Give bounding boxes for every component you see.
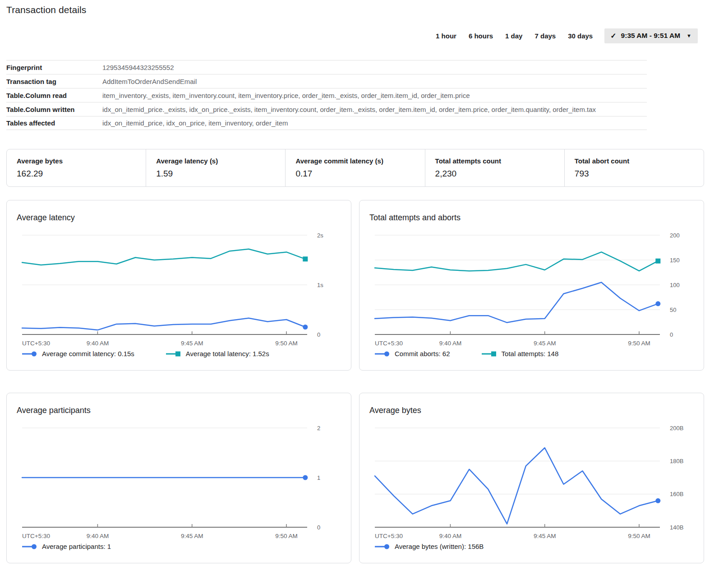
y-axis-label: 200 bbox=[670, 232, 680, 239]
stat-value: 2,230 bbox=[435, 169, 564, 179]
chart-title: Average latency bbox=[17, 213, 351, 223]
x-axis-label: 9:45 AM bbox=[181, 533, 203, 539]
stat-value: 162.29 bbox=[17, 169, 146, 179]
chart-legend: Average commit latency: 0.15sAverage tot… bbox=[22, 350, 351, 358]
charts-grid: Average latency2s1s09:40 AM9:45 AM9:50 A… bbox=[6, 200, 698, 563]
chart-plot-average-participants: 2109:40 AM9:45 AM9:50 AMUTC+5:30 bbox=[7, 422, 351, 541]
y-axis-label: 160B bbox=[670, 491, 683, 497]
series-line-average-total-latency bbox=[22, 249, 305, 265]
details-value: idx_on_itemid_price._exists, idx_on_pric… bbox=[102, 106, 596, 113]
series-line-commit-aborts bbox=[375, 283, 658, 323]
stat-average-latency-s: Average latency (s)1.59 bbox=[146, 149, 285, 186]
chart-card-total-attempts-and-aborts: Total attempts and aborts2001501005009:4… bbox=[359, 200, 704, 371]
time-range-option-7-days[interactable]: 7 days bbox=[534, 32, 556, 40]
x-axis-label: 9:45 AM bbox=[534, 533, 556, 539]
y-axis-label: 140B bbox=[670, 524, 683, 531]
y-axis-label: 0 bbox=[317, 524, 320, 531]
legend-marker-square-icon bbox=[166, 351, 181, 357]
custom-time-range-dropdown[interactable]: ✓ 9:35 AM - 9:51 AM ▼ bbox=[604, 28, 698, 43]
details-row-transaction-tag: Transaction tagAddItemToOrderAndSendEmai… bbox=[6, 74, 647, 88]
time-range-option-1-day[interactable]: 1 day bbox=[505, 32, 522, 40]
details-value: 1295345944323255552 bbox=[102, 64, 174, 71]
series-line-average-commit-latency bbox=[22, 318, 305, 330]
time-range-options: 1 hour6 hours1 day7 days30 days bbox=[436, 32, 593, 40]
series-line-total-attempts bbox=[375, 252, 658, 271]
y-axis-label: 180B bbox=[670, 458, 683, 464]
legend-item-average-participants: Average participants: 1 bbox=[22, 543, 111, 550]
stat-average-commit-latency-s: Average commit latency (s)0.17 bbox=[285, 149, 424, 186]
stat-label: Total attempts count bbox=[435, 157, 564, 165]
legend-marker-circle-icon bbox=[375, 351, 390, 357]
x-axis-label: 9:40 AM bbox=[439, 340, 462, 347]
legend-marker-circle-icon bbox=[22, 543, 37, 550]
details-value: idx_on_itemid_price, idx_on_price, item_… bbox=[102, 119, 288, 127]
details-value: AddItemToOrderAndSendEmail bbox=[102, 78, 197, 85]
details-value: item_inventory._exists, item_inventory.c… bbox=[102, 92, 470, 99]
stat-label: Average bytes bbox=[17, 157, 146, 165]
legend-label: Average bytes (written): 156B bbox=[395, 543, 484, 550]
series-end-marker bbox=[303, 325, 308, 330]
legend-marker-circle-icon bbox=[375, 543, 390, 550]
details-row-table-column-written: Table.Column writtenidx_on_itemid_price.… bbox=[6, 102, 647, 116]
stat-value: 0.17 bbox=[295, 169, 424, 179]
details-row-tables-affected: Tables affectedidx_on_itemid_price, idx_… bbox=[6, 116, 647, 130]
chart-card-average-participants: Average participants2109:40 AM9:45 AM9:5… bbox=[6, 393, 351, 563]
series-end-marker bbox=[303, 256, 308, 261]
check-icon: ✓ bbox=[610, 32, 616, 40]
x-axis-timezone-label: UTC+5:30 bbox=[375, 533, 403, 539]
legend-label: Average commit latency: 0.15s bbox=[42, 350, 134, 358]
stat-total-attempts-count: Total attempts count2,230 bbox=[425, 149, 564, 186]
y-axis-label: 150 bbox=[670, 257, 680, 264]
legend-label: Average participants: 1 bbox=[42, 543, 111, 550]
legend-marker-square-icon bbox=[482, 351, 497, 357]
y-axis-label: 0 bbox=[317, 331, 320, 338]
x-axis-label: 9:45 AM bbox=[534, 340, 556, 347]
y-axis-label: 2 bbox=[317, 425, 320, 432]
details-label: Table.Column written bbox=[6, 106, 102, 113]
time-range-bar: 1 hour6 hours1 day7 days30 days ✓ 9:35 A… bbox=[6, 28, 698, 43]
legend-item-total-attempts: Total attempts: 148 bbox=[482, 350, 559, 358]
chart-legend: Average participants: 1 bbox=[22, 543, 351, 550]
series-end-marker bbox=[303, 475, 308, 480]
chart-title: Average bytes bbox=[369, 406, 704, 415]
details-label: Tables affected bbox=[6, 119, 102, 127]
y-axis-label: 50 bbox=[670, 306, 676, 313]
y-axis-label: 200B bbox=[670, 425, 683, 432]
chart-title: Average participants bbox=[17, 406, 351, 415]
x-axis-label: 9:50 AM bbox=[275, 340, 298, 347]
x-axis-timezone-label: UTC+5:30 bbox=[375, 340, 403, 347]
x-axis-label: 9:45 AM bbox=[181, 340, 203, 347]
summary-stats-card: Average bytes162.29Average latency (s)1.… bbox=[6, 149, 704, 187]
time-range-option-30-days[interactable]: 30 days bbox=[568, 32, 593, 40]
details-label: Transaction tag bbox=[6, 78, 102, 85]
chart-card-average-bytes: Average bytes200B180B160B140B9:40 AM9:45… bbox=[359, 393, 704, 563]
chart-legend: Average bytes (written): 156B bbox=[375, 543, 704, 550]
time-range-option-1-hour[interactable]: 1 hour bbox=[436, 32, 456, 40]
page-title: Transaction details bbox=[6, 5, 698, 15]
time-range-option-6-hours[interactable]: 6 hours bbox=[469, 32, 493, 40]
stat-average-bytes: Average bytes162.29 bbox=[7, 149, 146, 186]
x-axis-label: 9:50 AM bbox=[628, 340, 650, 347]
legend-marker-circle-icon bbox=[22, 351, 37, 357]
series-line-average-bytes-written bbox=[375, 448, 658, 524]
y-axis-label: 2s bbox=[317, 232, 323, 239]
legend-item-commit-aborts: Commit aborts: 62 bbox=[375, 350, 450, 358]
y-axis-label: 0 bbox=[670, 331, 673, 338]
legend-label: Commit aborts: 62 bbox=[395, 350, 450, 358]
chart-plot-average-bytes: 200B180B160B140B9:40 AM9:45 AM9:50 AMUTC… bbox=[359, 422, 704, 541]
x-axis-label: 9:50 AM bbox=[275, 533, 298, 539]
legend-label: Average total latency: 1.52s bbox=[186, 350, 269, 358]
x-axis-label: 9:40 AM bbox=[87, 340, 109, 347]
chart-legend: Commit aborts: 62Total attempts: 148 bbox=[375, 350, 704, 358]
legend-item-average-total-latency: Average total latency: 1.52s bbox=[166, 350, 269, 358]
selected-time-range: 9:35 AM - 9:51 AM bbox=[621, 32, 681, 40]
series-end-marker bbox=[655, 259, 660, 264]
y-axis-label: 100 bbox=[670, 282, 680, 288]
stat-value: 1.59 bbox=[156, 169, 285, 179]
legend-item-average-bytes-written: Average bytes (written): 156B bbox=[375, 543, 484, 550]
details-label: Table.Column read bbox=[6, 92, 102, 99]
legend-label: Total attempts: 148 bbox=[502, 350, 559, 358]
chevron-down-icon: ▼ bbox=[687, 33, 691, 38]
stat-total-abort-count: Total abort count793 bbox=[564, 149, 704, 186]
y-axis-label: 1s bbox=[317, 282, 323, 288]
